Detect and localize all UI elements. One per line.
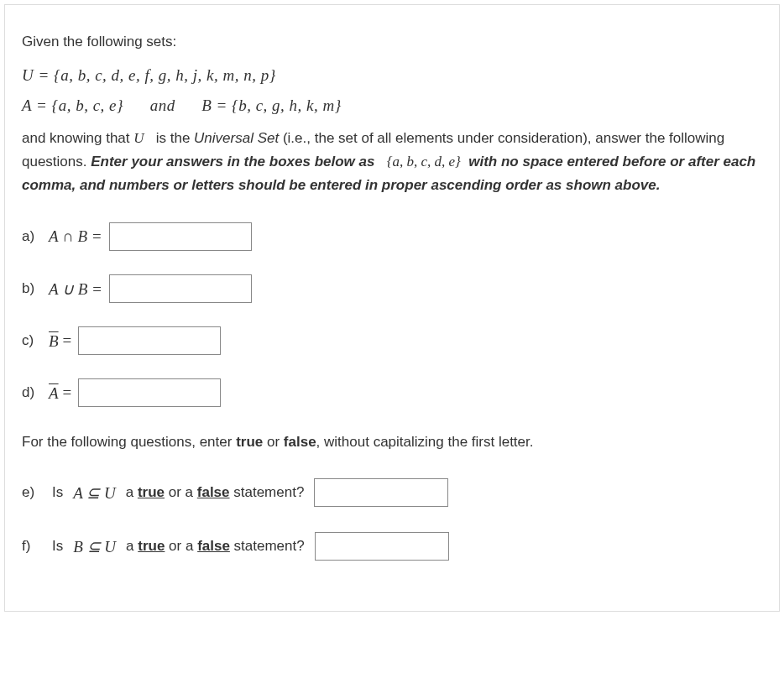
question-f-label: f) [22, 538, 42, 555]
question-e-expr: A ⊆ U [73, 483, 115, 503]
question-c-label: c) [22, 332, 42, 349]
set-a-b-definition: A = {a, b, c, e} and B = {b, c, g, h, k,… [22, 97, 762, 115]
question-container: Given the following sets: U = {a, b, c, … [4, 4, 780, 612]
question-a: a) A ∩ B = [22, 222, 762, 251]
set-u-definition: U = {a, b, c, d, e, f, g, h, j, k, m, n,… [22, 66, 762, 85]
question-c-expr: B = [49, 331, 71, 350]
question-f-expr: B ⊆ U [73, 537, 116, 556]
question-a-expr: A ∩ B = [49, 227, 102, 246]
question-b-expr: A ∪ B = [49, 279, 102, 299]
intro-text: Given the following sets: [22, 30, 762, 55]
question-b-label: b) [22, 280, 42, 297]
question-d: d) A = [22, 378, 762, 407]
answer-input-e[interactable] [314, 478, 448, 507]
question-e-label: e) [22, 484, 42, 501]
question-f: f) Is B ⊆ U a true or a false statement? [22, 532, 762, 561]
answer-input-c[interactable] [78, 326, 221, 355]
question-e: e) Is A ⊆ U a true or a false statement? [22, 478, 762, 507]
answer-input-f[interactable] [315, 532, 449, 561]
answer-input-a[interactable] [109, 222, 252, 251]
question-e-prompt: a true or a false statement? [126, 484, 305, 501]
true-false-instructions: For the following questions, enter true … [22, 430, 762, 453]
question-a-label: a) [22, 228, 42, 245]
answer-input-b[interactable] [109, 274, 252, 303]
answer-input-d[interactable] [78, 378, 221, 407]
instructions-text: and knowing that U is the Universal Set … [22, 127, 762, 197]
question-b: b) A ∪ B = [22, 274, 762, 303]
question-c: c) B = [22, 326, 762, 355]
question-f-prompt: a true or a false statement? [126, 538, 305, 555]
question-d-label: d) [22, 384, 42, 401]
question-d-expr: A = [49, 383, 71, 402]
